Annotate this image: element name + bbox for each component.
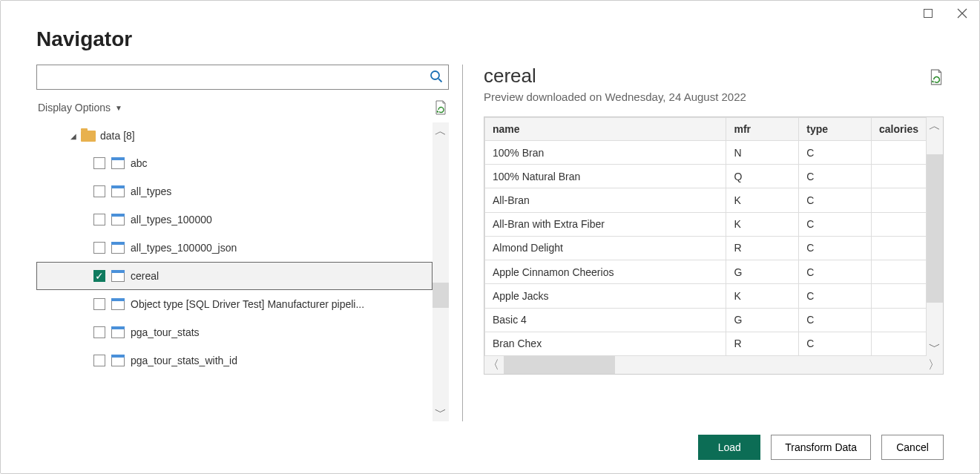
table-cell: C — [799, 308, 872, 332]
table-cell: C — [799, 141, 872, 165]
tree-item[interactable]: all_types — [36, 177, 433, 205]
table-icon — [111, 298, 125, 310]
table-row[interactable]: Almond DelightRC — [485, 236, 927, 260]
table-cell — [872, 332, 927, 355]
table-cell: K — [726, 188, 799, 212]
scroll-thumb[interactable] — [504, 356, 615, 374]
preview-header: cereal Preview downloaded on Wednesday, … — [484, 65, 944, 103]
tree-item[interactable]: pga_tour_stats — [36, 318, 433, 346]
close-button[interactable] — [953, 5, 972, 22]
checkbox[interactable] — [93, 157, 105, 169]
checkbox[interactable] — [93, 185, 105, 197]
display-options-label: Display Options — [38, 102, 111, 113]
scroll-thumb[interactable] — [927, 154, 943, 303]
checkbox[interactable] — [93, 214, 105, 226]
refresh-tree-icon[interactable] — [434, 100, 447, 115]
search-input[interactable] — [36, 65, 449, 90]
table-cell: C — [799, 284, 872, 308]
checkbox[interactable] — [93, 326, 105, 338]
tree-item-label: all_types_100000_json — [131, 242, 237, 254]
content: Display Options ▼ ◢ data [8] abcall_type… — [1, 65, 979, 421]
column-header[interactable]: name — [485, 118, 726, 141]
column-header[interactable]: type — [799, 118, 872, 141]
table-icon — [111, 157, 125, 169]
table-row[interactable]: All-Bran with Extra FiberKC — [485, 212, 927, 236]
tree-item[interactable]: pga_tour_stats_with_id — [36, 346, 433, 375]
right-pane: cereal Preview downloaded on Wednesday, … — [463, 65, 979, 421]
checkbox[interactable] — [93, 355, 105, 366]
table-row[interactable]: Basic 4GC — [485, 308, 927, 332]
table-icon — [111, 214, 125, 226]
table-row[interactable]: Apple Cinnamon CheeriosGC — [485, 260, 927, 284]
table-cell: C — [799, 188, 872, 212]
table-cell: R — [726, 236, 799, 260]
tree-item-label: pga_tour_stats_with_id — [131, 355, 237, 366]
grid-horizontal-scrollbar[interactable]: 〈 〉 — [484, 356, 943, 374]
titlebar — [1, 1, 979, 22]
scroll-down-icon[interactable]: ﹀ — [435, 406, 447, 418]
left-pane: Display Options ▼ ◢ data [8] abcall_type… — [36, 65, 463, 421]
navigator-dialog: Navigator Display Options ▼ — [0, 0, 980, 474]
table-row[interactable]: 100% Natural BranQC — [485, 165, 927, 188]
table-row[interactable]: Bran ChexRC — [485, 332, 927, 355]
column-header[interactable]: calories — [872, 118, 927, 141]
tree: ◢ data [8] abcall_typesall_types_100000a… — [36, 122, 433, 421]
table-cell — [872, 260, 927, 284]
table-cell: Almond Delight — [485, 236, 726, 260]
scroll-up-icon[interactable]: ︿ — [929, 120, 941, 132]
checkbox[interactable] — [93, 242, 105, 254]
table-cell: Apple Jacks — [485, 284, 726, 308]
preview-title: cereal — [484, 65, 746, 88]
options-row: Display Options ▼ — [36, 97, 449, 118]
tree-item[interactable]: abc — [36, 149, 433, 177]
table-cell: C — [799, 236, 872, 260]
scroll-up-icon[interactable]: ︿ — [435, 125, 447, 137]
cancel-button[interactable]: Cancel — [881, 435, 944, 460]
table-cell: Bran Chex — [485, 332, 726, 355]
checkbox[interactable]: ✓ — [93, 270, 105, 282]
tree-item[interactable]: all_types_100000_json — [36, 234, 433, 262]
refresh-preview-icon[interactable] — [929, 65, 944, 85]
maximize-button[interactable] — [918, 5, 938, 22]
page-title: Navigator — [36, 27, 944, 51]
column-header[interactable]: mfr — [726, 118, 799, 141]
tree-item-label: cereal — [131, 270, 159, 282]
table-row[interactable]: Apple JacksKC — [485, 284, 927, 308]
scroll-thumb[interactable] — [433, 283, 449, 308]
tree-scrollbar[interactable]: ︿ ﹀ — [433, 122, 449, 421]
table-cell — [872, 284, 927, 308]
grid-vertical-scrollbar[interactable]: ︿ ﹀ — [927, 117, 943, 356]
table-cell: C — [799, 332, 872, 355]
table-icon — [111, 355, 125, 366]
table-icon — [111, 270, 125, 282]
transform-data-button[interactable]: Transform Data — [771, 435, 871, 460]
tree-item-label: all_types — [131, 185, 171, 197]
table-row[interactable]: 100% BranNC — [485, 141, 927, 165]
scroll-right-icon[interactable]: 〉 — [928, 359, 940, 371]
tree-item[interactable]: Object type [SQL Driver Test] Manufactur… — [36, 290, 433, 318]
tree-root[interactable]: ◢ data [8] — [36, 122, 433, 149]
tree-wrap: ◢ data [8] abcall_typesall_types_100000a… — [36, 122, 449, 421]
table-cell: 100% Natural Bran — [485, 165, 726, 188]
load-button[interactable]: Load — [698, 435, 760, 460]
search-row — [36, 65, 449, 90]
search-icon[interactable] — [430, 70, 443, 83]
svg-point-1 — [431, 71, 439, 79]
scroll-down-icon[interactable]: ﹀ — [929, 341, 941, 353]
preview-subtitle: Preview downloaded on Wednesday, 24 Augu… — [484, 90, 746, 103]
table-cell — [872, 141, 927, 165]
table-icon — [111, 242, 125, 254]
table-cell: All-Bran with Extra Fiber — [485, 212, 726, 236]
table-cell: R — [726, 332, 799, 355]
scroll-left-icon[interactable]: 〈 — [487, 359, 499, 371]
preview-grid: namemfrtypecalories 100% BranNC100% Natu… — [484, 116, 944, 375]
collapse-icon: ◢ — [70, 132, 76, 140]
table-row[interactable]: All-BranKC — [485, 188, 927, 212]
tree-item[interactable]: all_types_100000 — [36, 205, 433, 234]
close-icon — [957, 8, 967, 19]
header: Navigator — [1, 22, 979, 65]
display-options-dropdown[interactable]: Display Options ▼ — [38, 102, 122, 113]
preview-table: namemfrtypecalories 100% BranNC100% Natu… — [484, 117, 927, 356]
checkbox[interactable] — [93, 298, 105, 310]
tree-item[interactable]: ✓cereal — [36, 262, 433, 290]
